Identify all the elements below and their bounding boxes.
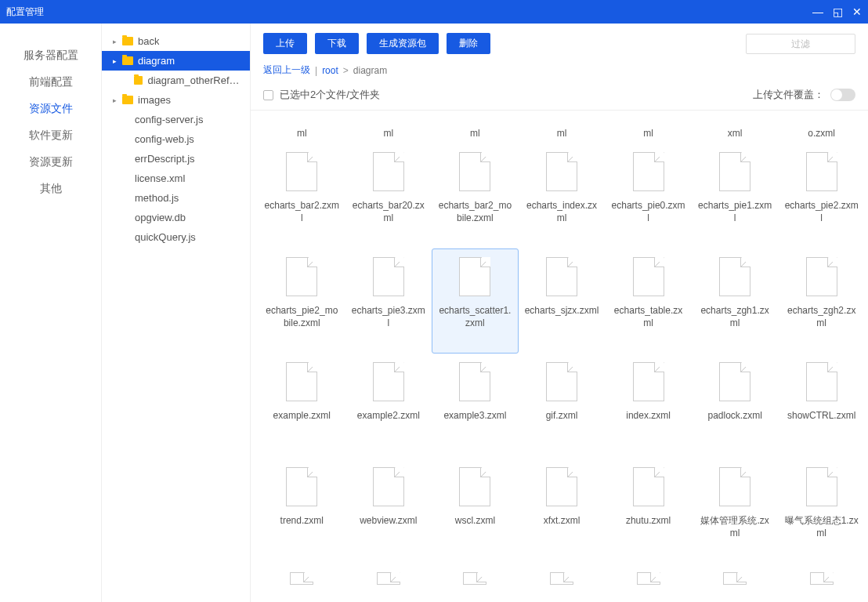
delete-button[interactable]: 删除 [447,33,490,54]
file-label: 曝气系统组态1.zxml [784,514,859,539]
file-item[interactable]: echarts_table.zxml [605,248,692,354]
file-item[interactable]: o.zxml [778,115,865,143]
file-item[interactable]: index.zxml [605,354,692,459]
file-icon [286,467,317,506]
file-item[interactable] [519,564,606,601]
file-item[interactable]: wscl.zxml [432,459,519,564]
tree-item[interactable]: ▸diagram [102,51,250,71]
file-item[interactable]: padlock.zxml [692,354,779,459]
minimize-icon[interactable]: — [812,5,823,18]
file-item[interactable]: echarts_zgh1.zxml [692,248,779,354]
tree-item[interactable]: errDescript.js [102,149,250,169]
sidebar-item-4[interactable]: 资源更新 [0,149,101,176]
maximize-icon[interactable]: ◱ [833,5,843,18]
sidebar-item-1[interactable]: 前端配置 [0,69,101,96]
file-item[interactable]: echarts_bar2.zxml [259,143,345,248]
file-label: echarts_pie3.zxml [351,304,426,329]
breadcrumb-back[interactable]: 返回上一级 [263,63,310,77]
file-grid: mlmlmlmlmlxmlo.zxmlecharts_bar2.zxmlecha… [259,115,865,601]
file-label: zhutu.zxml [626,514,671,527]
tree-item-label: diagram_otherReference [147,74,244,86]
file-item[interactable]: 曝气系统组态1.zxml [778,459,865,564]
file-item[interactable]: echarts_scatter1.zxml [432,248,519,354]
file-item[interactable]: gif.zxml [519,354,606,459]
file-label: ml [297,127,307,140]
file-item[interactable] [692,564,779,601]
tree-item[interactable]: license.xml [102,169,250,188]
file-grid-scroll[interactable]: mlmlmlmlmlxmlo.zxmlecharts_bar2.zxmlecha… [251,111,868,602]
file-item[interactable]: ml [432,115,519,143]
upload-button[interactable]: 上传 [263,33,307,54]
file-item[interactable]: echarts_bar20.zxml [345,143,432,248]
file-item[interactable]: example2.zxml [345,354,432,459]
file-icon [806,152,837,191]
tree-item[interactable]: opgview.db [102,208,250,227]
file-label: echarts_sjzx.zxml [525,304,599,317]
file-item[interactable]: echarts_pie3.zxml [345,248,432,354]
file-item[interactable] [778,564,865,601]
tree-item[interactable]: config-web.js [102,129,250,149]
file-item[interactable] [345,564,432,601]
breadcrumb: 返回上一级 | root > diagram [251,60,868,83]
download-button[interactable]: 下载 [315,33,359,54]
tree-item[interactable]: ▸images [102,90,250,110]
file-item[interactable]: ml [259,115,345,143]
tree-item[interactable]: config-server.js [102,110,250,129]
sidebar-item-0[interactable]: 服务器配置 [0,42,101,69]
file-item[interactable]: example.zxml [259,354,345,459]
file-item[interactable] [432,564,519,601]
file-item[interactable]: echarts_index.zxml [519,143,606,248]
file-item[interactable]: zhutu.zxml [605,459,692,564]
file-label: echarts_pie0.zxml [611,199,686,224]
file-item[interactable]: showCTRL.zxml [778,354,865,459]
file-item[interactable]: echarts_bar2_mobile.zxml [432,143,519,248]
file-item[interactable]: echarts_pie0.zxml [605,143,692,248]
file-icon [459,257,490,296]
file-item[interactable]: echarts_zgh2.zxml [778,248,865,354]
generate-package-button[interactable]: 生成资源包 [367,33,439,54]
file-icon [377,572,400,585]
file-icon [286,362,317,401]
file-item[interactable]: echarts_pie2_mobile.zxml [259,248,345,354]
file-item[interactable]: ml [519,115,606,143]
file-label: echarts_bar2_mobile.zxml [437,199,512,224]
file-icon [637,572,660,585]
folder-icon [122,96,133,104]
tree-item[interactable]: ▸back [102,31,250,51]
file-item[interactable] [605,564,692,601]
window-title: 配置管理 [6,5,44,19]
file-item[interactable]: webview.zxml [345,459,432,564]
file-item[interactable]: echarts_pie1.zxml [692,143,779,248]
tree-item[interactable]: quickQuery.js [102,227,250,247]
file-item[interactable]: echarts_pie2.zxml [778,143,865,248]
file-item[interactable]: xml [692,115,779,143]
file-item[interactable]: echarts_sjzx.zxml [519,248,606,354]
overwrite-toggle[interactable] [830,89,855,101]
folder-icon [122,37,133,45]
file-item[interactable]: xfxt.zxml [519,459,606,564]
sidebar-item-3[interactable]: 软件更新 [0,122,101,149]
file-item[interactable]: trend.zxml [259,459,345,564]
tree-item[interactable]: method.js [102,188,250,208]
tree-panel: ▸back▸diagramdiagram_otherReference▸imag… [102,24,251,602]
file-icon [546,152,577,191]
filter-input[interactable] [746,34,855,54]
file-item[interactable]: example3.zxml [432,354,519,459]
sidebar-item-5[interactable]: 其他 [0,176,101,202]
breadcrumb-root[interactable]: root [322,65,338,76]
file-item[interactable]: 媒体管理系统.zxml [692,459,779,564]
sidebar-item-2[interactable]: 资源文件 [0,96,101,122]
file-icon [373,362,404,401]
file-label: index.zxml [626,409,671,422]
file-label: webview.zxml [360,514,417,527]
file-item[interactable] [259,564,345,601]
file-label: echarts_pie2.zxml [784,199,859,224]
file-item[interactable]: ml [605,115,692,143]
file-icon [719,152,750,191]
file-icon [719,362,750,401]
close-icon[interactable]: ✕ [852,5,862,18]
tree-item[interactable]: diagram_otherReference [102,71,250,90]
select-all-checkbox[interactable] [263,90,273,100]
file-icon [806,257,837,296]
file-item[interactable]: ml [345,115,432,143]
